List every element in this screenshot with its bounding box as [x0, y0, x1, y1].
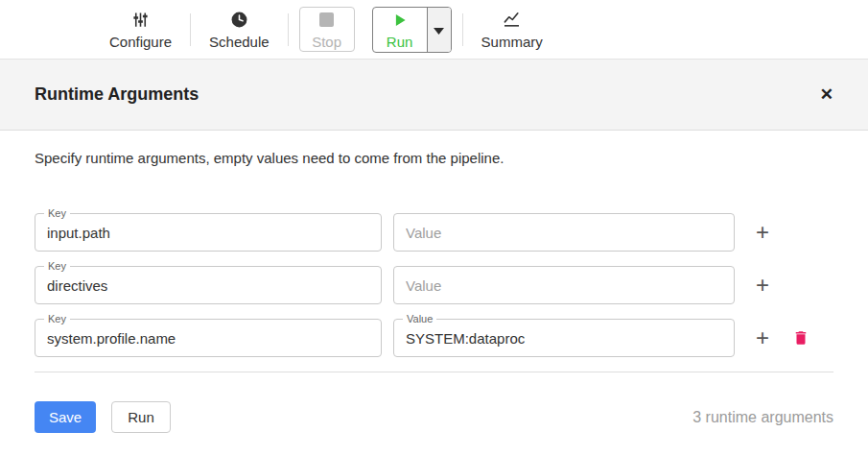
toolbar-divider: [190, 13, 191, 46]
value-input[interactable]: [394, 267, 734, 303]
value-field-label: Value: [403, 313, 436, 324]
stop-label: Stop: [312, 34, 341, 50]
save-button[interactable]: Save: [35, 401, 96, 433]
run-secondary-button[interactable]: Run: [111, 401, 171, 433]
add-argument-button[interactable]: +: [756, 274, 769, 297]
play-icon: [391, 10, 409, 31]
add-argument-button[interactable]: +: [756, 326, 769, 349]
stop-button[interactable]: Stop: [299, 7, 355, 52]
key-field: Key: [35, 213, 382, 252]
key-input[interactable]: [35, 214, 381, 251]
schedule-label: Schedule: [209, 34, 270, 50]
clock-icon: [230, 10, 248, 31]
argument-rows: Key + Key +: [35, 213, 833, 357]
chevron-down-icon: [434, 21, 444, 38]
key-field-label: Key: [44, 260, 70, 272]
line-chart-icon: [502, 10, 522, 31]
toolbar-divider: [462, 13, 463, 46]
footer-divider: [35, 372, 833, 372]
stop-square-icon: [319, 10, 334, 31]
key-input[interactable]: [35, 267, 381, 303]
key-input[interactable]: [35, 320, 381, 356]
description-text: Specify runtime arguments, empty values …: [35, 150, 833, 166]
value-input[interactable]: [394, 214, 734, 251]
configure-label: Configure: [109, 34, 172, 50]
key-field-label: Key: [44, 207, 70, 219]
runtime-arguments-count: 3 runtime arguments: [692, 409, 833, 426]
value-field: Value: [393, 319, 735, 357]
value-field: [393, 213, 735, 252]
value-field: [393, 266, 735, 304]
key-field: Key: [35, 266, 382, 304]
key-field: Key: [35, 319, 382, 357]
summary-button[interactable]: Summary: [465, 10, 559, 50]
delete-argument-button[interactable]: [792, 329, 809, 347]
value-input[interactable]: [394, 320, 734, 356]
run-label: Run: [387, 34, 413, 50]
argument-row-0: Key +: [35, 213, 833, 252]
schedule-button[interactable]: Schedule: [193, 10, 286, 50]
runtime-arguments-window: Configure Schedule Stop: [0, 0, 868, 456]
configure-button[interactable]: Configure: [93, 10, 188, 50]
close-icon[interactable]: ✕: [820, 86, 833, 103]
argument-row-2: Key Value +: [35, 319, 833, 357]
toolbar-divider: [288, 13, 289, 46]
panel-footer: Save Run 3 runtime arguments: [35, 401, 833, 433]
sliders-icon: [131, 10, 150, 31]
run-button-group: Run: [372, 7, 452, 53]
trash-icon: [792, 329, 809, 347]
pipeline-toolbar: Configure Schedule Stop: [0, 0, 868, 59]
summary-label: Summary: [481, 34, 543, 50]
key-field-label: Key: [44, 313, 70, 324]
argument-row-1: Key +: [35, 266, 833, 304]
panel-header: Runtime Arguments ✕: [0, 59, 868, 131]
panel-body: Specify runtime arguments, empty values …: [0, 131, 868, 456]
run-dropdown-button[interactable]: [427, 8, 451, 52]
run-button[interactable]: Run: [373, 8, 427, 52]
add-argument-button[interactable]: +: [756, 221, 769, 244]
page-title: Runtime Arguments: [35, 84, 199, 105]
